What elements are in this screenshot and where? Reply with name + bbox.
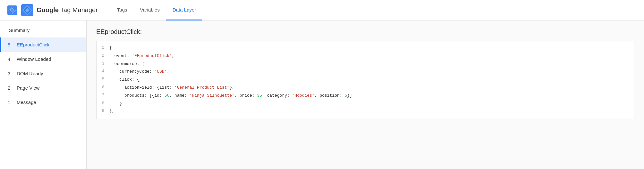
sidebar-item-num: 5 <box>8 42 13 47</box>
tab-datalayer[interactable]: Data Layer <box>166 0 202 20</box>
sidebar-item-label: EEproductClick <box>17 42 50 47</box>
main-layout: Summary 5 EEproductClick 4 Window Loaded… <box>0 20 644 169</box>
code-block: 1 { 2 event: 'EEproductClick', 3 ecommer… <box>96 41 634 119</box>
code-line-7: 7 products: [{id: 56, name: 'Ninja Silho… <box>97 92 634 100</box>
logo-brand: Google <box>37 6 59 13</box>
sidebar-item-label: Summary <box>9 28 30 33</box>
sidebar-item-summary[interactable]: Summary <box>0 23 86 37</box>
sidebar-item-4[interactable]: 4 Window Loaded <box>0 52 86 66</box>
sidebar-item-num: 1 <box>8 100 13 105</box>
gtm-logo-icon <box>6 4 18 16</box>
code-line-5: 5 click: { <box>97 76 634 84</box>
code-line-9: 9 }, <box>97 108 634 116</box>
content-area: EEproductClick: 1 { 2 event: 'EEproductC… <box>87 20 644 169</box>
logo-text: Google Tag Manager <box>37 6 98 14</box>
sidebar-item-5[interactable]: 5 EEproductClick <box>0 37 86 52</box>
code-line-4: 4 currencyCode: 'USD', <box>97 68 634 76</box>
sidebar-item-2[interactable]: 2 Page View <box>0 81 86 95</box>
sidebar-item-label: Page View <box>17 85 39 91</box>
tab-variables[interactable]: Variables <box>134 0 166 20</box>
gtm-logo-icon <box>21 4 33 16</box>
sidebar-item-label: Message <box>17 100 36 105</box>
sidebar: Summary 5 EEproductClick 4 Window Loaded… <box>0 20 87 169</box>
sidebar-item-label: Window Loaded <box>17 56 51 62</box>
tab-tags[interactable]: Tags <box>111 0 134 20</box>
content-title: EEproductClick: <box>96 28 634 36</box>
sidebar-item-num: 4 <box>8 56 13 62</box>
nav-tabs: Tags Variables Data Layer <box>111 0 202 20</box>
sidebar-item-3[interactable]: 3 DOM Ready <box>0 66 86 81</box>
app-header: Google Tag Manager Tags Variables Data L… <box>0 0 644 20</box>
sidebar-item-num: 3 <box>8 71 13 76</box>
code-line-2: 2 event: 'EEproductClick', <box>97 52 634 60</box>
code-line-3: 3 ecommerce: { <box>97 60 634 68</box>
svg-marker-4 <box>11 9 13 12</box>
logo-product: Tag Manager <box>60 6 98 13</box>
sidebar-item-num: 2 <box>8 85 13 91</box>
code-line-8: 8 } <box>97 100 634 108</box>
sidebar-item-label: DOM Ready <box>17 71 43 76</box>
logo-area: Google Tag Manager <box>6 4 98 16</box>
code-line-6: 6 actionField: {list: 'General Product L… <box>97 84 634 92</box>
sidebar-item-1[interactable]: 1 Message <box>0 95 86 109</box>
code-line-1: 1 { <box>97 44 634 52</box>
